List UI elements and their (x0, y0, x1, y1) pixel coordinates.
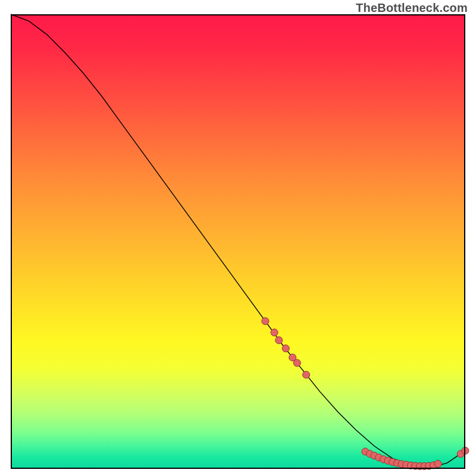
chart-marker (293, 359, 300, 367)
chart-line-series (11, 14, 465, 468)
chart-overlay-svg (11, 14, 465, 469)
chart-marker (303, 371, 310, 378)
chart-marker-group (262, 318, 469, 470)
chart-plot-area (11, 14, 465, 469)
chart-marker (462, 447, 469, 454)
watermark-text: TheBottleneck.com (356, 1, 468, 15)
chart-marker (275, 337, 283, 344)
chart-marker (434, 461, 441, 468)
chart-marker (282, 345, 289, 352)
chart-marker (262, 318, 269, 325)
chart-marker (271, 329, 278, 336)
